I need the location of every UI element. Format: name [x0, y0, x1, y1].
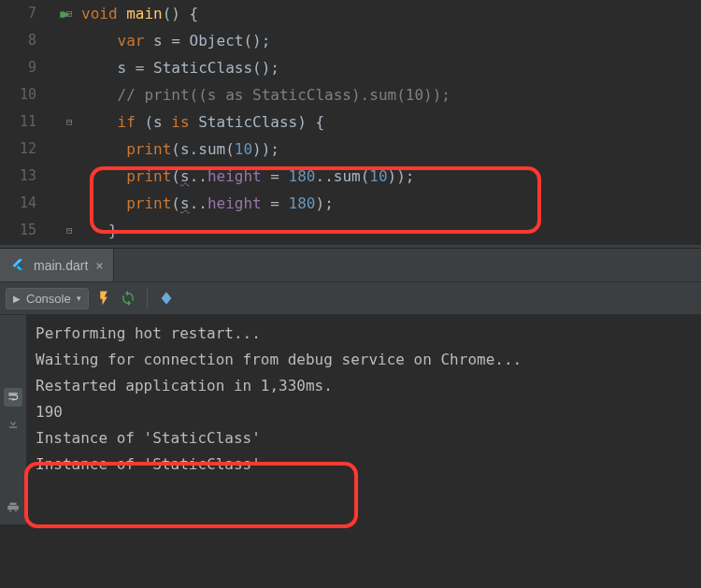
code-line[interactable]: 8 var s = Object();: [0, 27, 701, 54]
run-gutter-icon[interactable]: ▶▶: [60, 0, 65, 27]
code-content[interactable]: print(s..height = 180..sum(10));: [81, 163, 414, 190]
line-number: 12: [0, 136, 44, 163]
scroll-to-end-icon[interactable]: [4, 414, 22, 433]
line-number: 11: [0, 108, 44, 136]
console-label: Console: [26, 292, 71, 306]
line-number: 8: [0, 27, 44, 54]
code-line[interactable]: 15⊟ }: [0, 217, 701, 244]
print-icon[interactable]: [4, 498, 22, 517]
line-number: 13: [0, 163, 44, 190]
line-number: 14: [0, 190, 44, 217]
code-content[interactable]: void main() {: [81, 0, 198, 27]
soft-wrap-icon[interactable]: [4, 388, 22, 407]
chevron-down-icon: ▾: [77, 294, 81, 303]
code-line[interactable]: 13 print(s..height = 180..sum(10));: [0, 163, 701, 190]
console-play-icon: ▶: [13, 294, 21, 304]
code-content[interactable]: print(s.sum(10));: [81, 136, 279, 163]
console-side-gutter: [0, 315, 26, 524]
close-icon[interactable]: ×: [95, 258, 103, 273]
code-line[interactable]: 12 print(s.sum(10));: [0, 136, 701, 163]
fold-open-icon[interactable]: ⊟: [66, 0, 73, 27]
code-line[interactable]: 7▶▶⊟void main() {: [0, 0, 701, 27]
toolbar-separator: [147, 288, 148, 308]
code-content[interactable]: print(s..height = 180);: [81, 190, 334, 217]
code-content[interactable]: s = StaticClass();: [81, 54, 279, 81]
fold-open-icon[interactable]: ⊟: [66, 108, 73, 136]
fold-close-icon[interactable]: ⊟: [66, 217, 73, 244]
console-view-button[interactable]: ▶ Console ▾: [6, 288, 89, 309]
line-number: 7: [0, 0, 44, 27]
run-tab-label: main.dart: [34, 258, 88, 273]
gutter: ▶▶⊟: [44, 0, 81, 27]
restart-icon[interactable]: [119, 289, 137, 308]
code-content[interactable]: // print((s as StaticClass).sum(10));: [81, 81, 451, 108]
line-number: 15: [0, 217, 44, 244]
code-line[interactable]: 10 // print((s as StaticClass).sum(10));: [0, 81, 701, 108]
console-panel: Performing hot restart... Waiting for co…: [0, 315, 701, 524]
code-content[interactable]: var s = Object();: [81, 27, 270, 54]
code-line[interactable]: 11⊟ if (s is StaticClass) {: [0, 108, 701, 136]
run-tabbar: main.dart ×: [0, 249, 701, 282]
line-number: 9: [0, 54, 44, 81]
console-toolbar: ▶ Console ▾: [0, 282, 701, 315]
line-number: 10: [0, 81, 44, 108]
flash-icon[interactable]: [94, 289, 113, 308]
code-line[interactable]: 9 s = StaticClass();: [0, 54, 701, 81]
code-content[interactable]: }: [81, 217, 118, 244]
flutter-icon: [9, 257, 26, 274]
code-line[interactable]: 14 print(s..height = 180);: [0, 190, 701, 217]
code-content[interactable]: if (s is StaticClass) {: [81, 108, 324, 136]
console-output[interactable]: Performing hot restart... Waiting for co…: [26, 315, 531, 524]
run-tab-main[interactable]: main.dart ×: [0, 249, 114, 281]
code-editor[interactable]: 7▶▶⊟void main() {8 var s = Object();9 s …: [0, 0, 701, 244]
devtools-icon[interactable]: [157, 289, 176, 308]
